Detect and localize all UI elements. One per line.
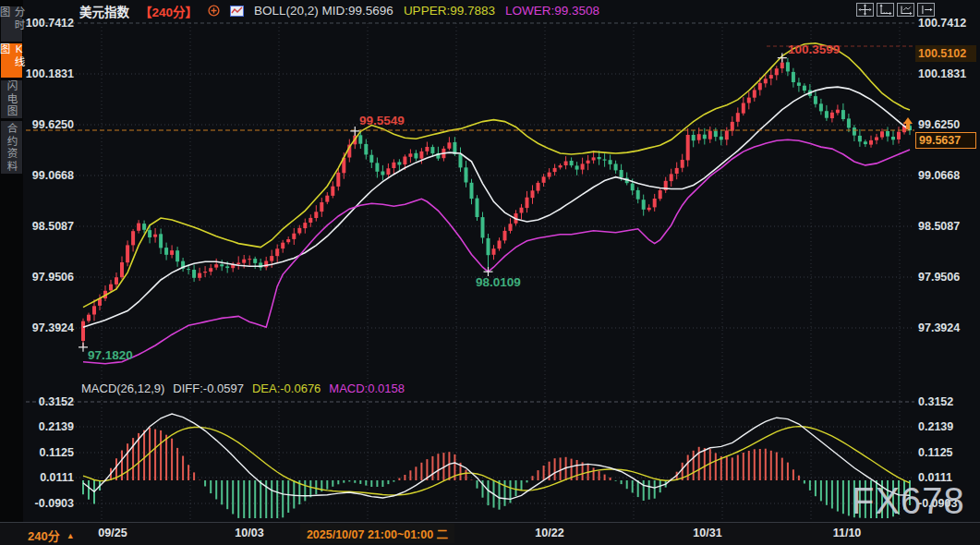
symbol-title: 美元指数: [79, 2, 129, 20]
macd-tick-left: -0.0903: [22, 498, 74, 510]
chart-canvas[interactable]: 100.359999.554998.010997.1820: [0, 0, 980, 545]
crosshair-date-readout: 2025/10/07 21:00~01:00 二: [300, 524, 454, 543]
brand-watermark: FX678: [852, 480, 965, 522]
price-tick-right: 97.3924: [918, 322, 977, 334]
price-tick-right: 98.5087: [918, 221, 977, 233]
macd-tick-left: 0.3152: [22, 396, 74, 408]
expand-scale-icon: [898, 3, 913, 17]
compress-scale-button[interactable]: [877, 3, 894, 17]
expand-scale-button[interactable]: [897, 3, 914, 17]
macd-dea-readout: DEA:-0.0676: [252, 382, 321, 395]
price-tick-right: 99.0668: [918, 170, 977, 182]
swing-high-label: 99.5549: [359, 114, 405, 127]
date-tick: 10/22: [535, 527, 563, 539]
price-tick-left: 98.5087: [22, 221, 74, 233]
price-tick-left: 97.3924: [22, 322, 74, 334]
macd-tick-right: 0.1125: [918, 447, 977, 459]
macd-value-readout: MACD:0.0158: [329, 382, 405, 395]
sidebar-tab-2[interactable]: K线图: [1, 43, 22, 78]
chart-toolbar: [856, 3, 935, 17]
macd-tick-left: 0.2139: [22, 421, 74, 433]
extreme-annotations: 100.359999.554998.010997.1820: [79, 42, 840, 362]
period-selector[interactable]: 240分 ▲: [28, 527, 75, 544]
boll-upper-readout: UPPER:99.7883: [404, 4, 495, 18]
sidebar: 分时图K线图闪电图合约资料: [0, 0, 23, 545]
price-tick-right: 100.7412: [918, 18, 977, 30]
low-price-label: 97.1820: [88, 348, 133, 362]
crosshair-pan-button[interactable]: [856, 3, 874, 17]
price-tick-left: 100.7412: [22, 18, 74, 30]
date-tick: 09/25: [98, 527, 127, 539]
boll-lower-readout: LOWER:99.3508: [505, 4, 599, 18]
macd-histogram-layer: [83, 428, 910, 518]
boll-mid-readout: BOLL(20,2) MID:99.5696: [254, 4, 393, 18]
date-tick: 11/10: [833, 527, 862, 539]
time-axis-bar: 240分 ▲ 09/2510/0310/2210/3111/10 2025/10…: [0, 522, 980, 545]
boll-lower-line: [83, 139, 910, 363]
macd-tick-left: 0.0111: [22, 472, 74, 484]
price-tick-left: 97.9506: [22, 272, 74, 284]
boll-mid-line: [83, 87, 910, 327]
price-tick-left: 99.0668: [22, 170, 74, 182]
period-selector-label[interactable]: 240分: [28, 527, 60, 544]
macd-tick-right: 0.3152: [918, 396, 977, 408]
price-tick-right: 97.9506: [918, 272, 977, 284]
period-dropdown-arrow-icon[interactable]: ▲: [67, 531, 75, 540]
price-tick-left: 100.1831: [22, 68, 74, 80]
sidebar-tab-4[interactable]: 合约资料: [1, 121, 22, 174]
crosshair-pan-icon: [857, 3, 873, 17]
date-tick: 10/31: [693, 527, 721, 539]
macd-diff-readout: DIFF:-0.0597: [173, 382, 244, 395]
date-tick: 10/03: [235, 527, 263, 539]
macd-tick-right: 0.2139: [918, 421, 977, 433]
sidebar-tab-1[interactable]: 分时图: [1, 6, 22, 42]
chart-header: 美元指数 【240分】 BOLL(20,2) MID:99.5696 UPPER…: [79, 3, 599, 18]
high-price-label: 100.3599: [788, 42, 840, 56]
macd-params-label: MACD(26,12,9): [81, 382, 164, 395]
current-price-box: 99.5637: [915, 132, 976, 149]
goto-latest-button[interactable]: [917, 3, 935, 17]
price-tick-right: 99.6250: [918, 119, 977, 131]
swing-low-label: 98.0109: [476, 275, 521, 289]
app-window: 100.359999.554998.010997.1820 分时图K线图闪电图合…: [0, 0, 980, 545]
goto-latest-icon: [918, 3, 934, 17]
period-label[interactable]: 【240分】: [139, 2, 198, 20]
sidebar-tab-3[interactable]: 闪电图: [1, 80, 22, 118]
circle-plus-icon[interactable]: [208, 5, 220, 17]
macd-header: MACD(26,12,9) DIFF:-0.0597 DEA:-0.0676 M…: [81, 382, 405, 395]
candles-layer: [81, 58, 912, 347]
upper-band-peak-label: 100.5102: [915, 45, 976, 62]
compress-scale-icon: [877, 3, 893, 17]
price-tick-left: 99.6250: [22, 119, 74, 131]
mini-chart-icon[interactable]: [230, 6, 244, 17]
price-tick-right: 100.1831: [918, 68, 977, 80]
macd-dea-line: [83, 427, 910, 495]
macd-tick-left: 0.1125: [22, 447, 74, 459]
